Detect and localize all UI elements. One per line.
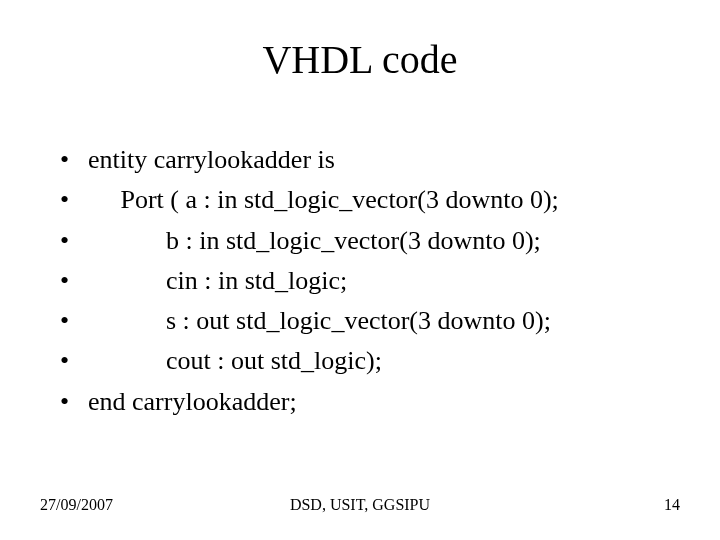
list-item: cout : out std_logic); (60, 341, 680, 381)
list-item: b : in std_logic_vector(3 downto 0); (60, 221, 680, 261)
footer-center: DSD, USIT, GGSIPU (0, 496, 720, 514)
list-item: s : out std_logic_vector(3 downto 0); (60, 301, 680, 341)
bullet-list: entity carrylookadder is Port ( a : in s… (60, 140, 680, 422)
list-item: entity carrylookadder is (60, 140, 680, 180)
footer-page: 14 (664, 496, 680, 514)
list-item: cin : in std_logic; (60, 261, 680, 301)
slide-title: VHDL code (0, 36, 720, 83)
list-item: end carrylookadder; (60, 382, 680, 422)
list-item: Port ( a : in std_logic_vector(3 downto … (60, 180, 680, 220)
slide-body: entity carrylookadder is Port ( a : in s… (60, 140, 680, 422)
slide: VHDL code entity carrylookadder is Port … (0, 0, 720, 540)
